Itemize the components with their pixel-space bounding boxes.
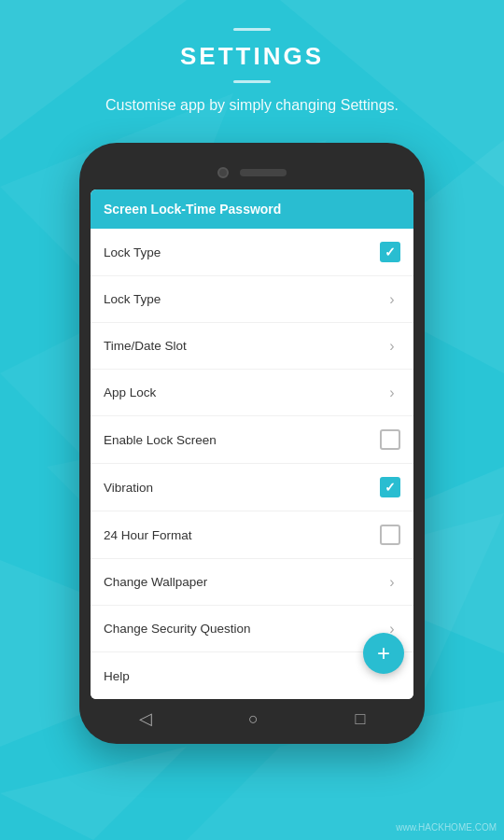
nav-recent-button[interactable]: □ [355,709,365,729]
item-label-help: Help [104,669,130,683]
settings-item-time-date-slot[interactable]: Time/Date Slot › [91,323,413,370]
watermark: www.HACKHOME.COM [396,822,497,833]
item-label-change-wallpaper: Change Wallpaper [104,575,207,589]
phone-top-bar [91,160,413,189]
item-label-lock-type-1: Lock Type [104,245,161,259]
settings-item-app-lock[interactable]: App Lock › [91,370,413,416]
chevron-time-date-slot: › [384,338,400,355]
settings-header-bar: Screen Lock-Time Password [91,189,413,229]
settings-item-vibration[interactable]: Vibration [91,464,413,511]
nav-back-button[interactable]: ◁ [139,708,152,729]
settings-list: Lock Type Lock Type › Time/Date Slot › A… [91,229,413,699]
item-label-vibration: Vibration [104,481,153,495]
header-divider-bottom [233,80,271,83]
header-divider-top [233,28,271,31]
settings-item-lock-type-1[interactable]: Lock Type [91,229,413,276]
chevron-change-wallpaper: › [384,574,400,591]
settings-item-enable-lock-screen[interactable]: Enable Lock Screen [91,416,413,464]
settings-item-change-wallpaper[interactable]: Change Wallpaper › [91,559,413,606]
phone-bottom-bar: ◁ ○ □ [91,699,413,733]
checkbox-unchecked-24-hour-format[interactable] [380,525,400,545]
chevron-app-lock: › [384,385,400,401]
phone-speaker [240,169,287,176]
item-label-time-date-slot: Time/Date Slot [104,339,187,353]
item-label-lock-type-2: Lock Type [104,292,161,306]
phone-screen: Screen Lock-Time Password Lock Type Lock… [91,189,413,699]
page-header: SETTINGS Customise app by simply changin… [0,0,504,126]
settings-item-24-hour-format[interactable]: 24 Hour Format [91,511,413,559]
nav-home-button[interactable]: ○ [248,709,259,729]
settings-header-title: Screen Lock-Time Password [104,202,281,217]
page-title: SETTINGS [0,42,504,71]
settings-item-lock-type-2[interactable]: Lock Type › [91,276,413,323]
page-wrapper: SETTINGS Customise app by simply changin… [0,0,504,840]
chevron-lock-type-2: › [384,291,400,308]
phone-camera [217,167,229,178]
checkbox-unchecked-enable-lock-screen[interactable] [380,429,400,450]
item-label-change-security-question: Change Security Question [104,622,251,636]
header-subtitle: Customise app by simply changing Setting… [0,94,504,117]
checkbox-checked-vibration[interactable] [380,477,400,497]
item-label-enable-lock-screen: Enable Lock Screen [104,433,217,447]
item-label-24-hour-format: 24 Hour Format [104,528,192,542]
phone-mockup: Screen Lock-Time Password Lock Type Lock… [79,143,425,744]
checkbox-checked-lock-type-1[interactable] [380,242,400,262]
item-label-app-lock: App Lock [104,385,156,399]
fab-button[interactable]: + [363,633,404,674]
